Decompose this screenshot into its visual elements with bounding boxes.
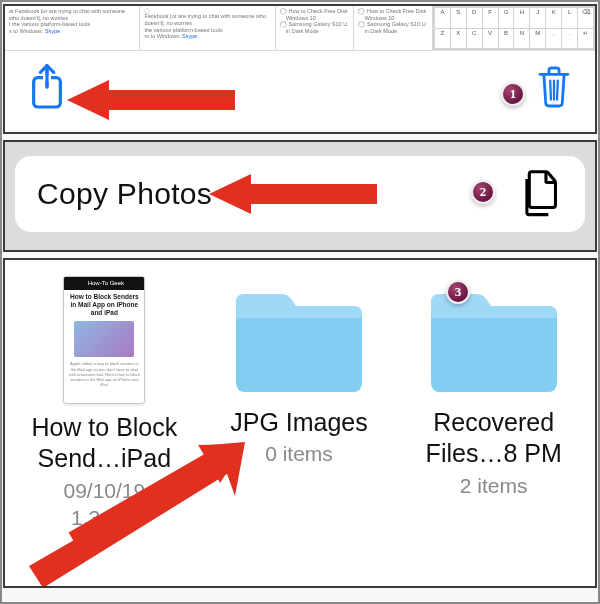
svg-marker-3 — [209, 174, 377, 214]
keyboard-thumb: ASDFGHJKL⌫ ZXCVBNM,.↵ — [433, 6, 595, 50]
share-button[interactable] — [27, 63, 67, 115]
folder-meta: 2 items — [460, 472, 528, 499]
file-meta: 09/10/19 1.3 MB — [63, 477, 145, 532]
annotation-badge-1: 1 — [501, 82, 525, 106]
folder-jpg-images[interactable]: JPG Images 0 items — [206, 274, 393, 531]
folder-name: Recovered Files…8 PM — [426, 407, 562, 470]
trash-icon — [535, 65, 573, 109]
file-item-doc[interactable]: How-To Geek How to Block Senders in Mail… — [11, 274, 198, 531]
file-name: How to Block Send…iPad — [31, 412, 177, 475]
browser-thumb-1: at Facebook [or are trying to chat with … — [5, 6, 140, 50]
folder-icon — [419, 274, 569, 399]
browser-thumb-4: ◯ How to Check Free Disk Windows 10 ◯ Sa… — [354, 6, 433, 50]
panel-files: How-To Geek How to Block Senders in Mail… — [3, 258, 597, 588]
browser-thumb-2: ◯ Facebook [or are trying to chat with s… — [140, 6, 275, 50]
share-icon — [27, 63, 67, 111]
app-switcher-thumbnails: at Facebook [or are trying to chat with … — [5, 6, 595, 51]
folder-recovered[interactable]: Recovered Files…8 PM 2 items — [400, 274, 587, 531]
files-row: How-To Geek How to Block Senders in Mail… — [5, 260, 595, 531]
folder-name: JPG Images — [230, 407, 368, 438]
copy-photos-row[interactable]: Copy Photos 2 — [15, 156, 585, 232]
trash-button[interactable] — [535, 65, 573, 113]
panel-copy-photos: Copy Photos 2 — [3, 140, 597, 252]
doc-thumbnail: How-To Geek How to Block Senders in Mail… — [63, 276, 145, 404]
copy-icon — [517, 167, 563, 221]
folder-meta: 0 items — [265, 440, 333, 467]
panel-share-toolbar: at Facebook [or are trying to chat with … — [3, 4, 597, 134]
copy-photos-label: Copy Photos — [37, 177, 212, 211]
annotation-badge-3: 3 — [446, 280, 470, 304]
annotation-arrow-2 — [209, 171, 379, 217]
folder-icon — [224, 274, 374, 399]
annotation-badge-2: 2 — [471, 180, 495, 204]
browser-thumb-3: ◯ How to Check Free Disk Windows 10 ◯ Sa… — [276, 6, 355, 50]
